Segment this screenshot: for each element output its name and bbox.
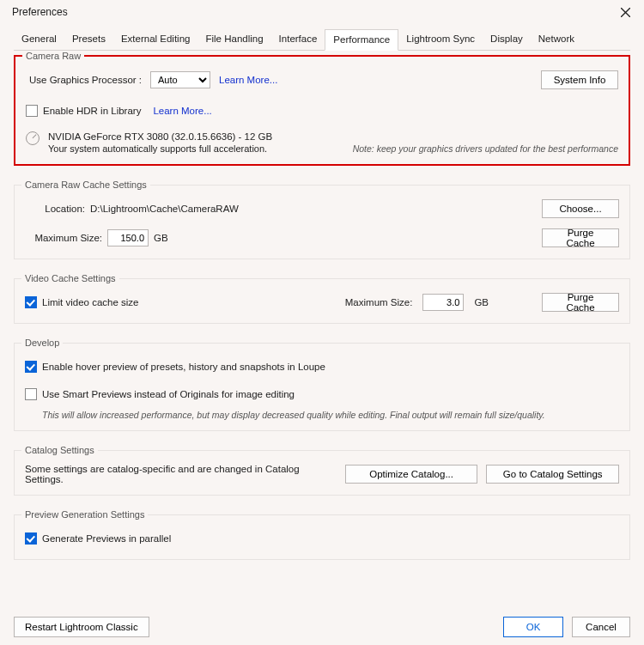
gpu-name: NVIDIA GeForce RTX 3080 (32.0.15.6636) -… bbox=[48, 131, 618, 142]
hover-preview-checkbox[interactable] bbox=[25, 361, 37, 373]
group-preview: Preview Generation Settings Generate Pre… bbox=[14, 509, 630, 560]
cache-max-label: Maximum Size: bbox=[25, 233, 102, 243]
video-max-input[interactable] bbox=[422, 294, 464, 311]
cache-location-label: Location: bbox=[25, 204, 85, 214]
close-icon[interactable] bbox=[615, 2, 635, 22]
group-develop: Develop Enable hover preview of presets,… bbox=[14, 338, 630, 431]
tab-bar: GeneralPresetsExternal EditingFile Handl… bbox=[14, 29, 630, 51]
group-catalog: Catalog Settings Some settings are catal… bbox=[14, 445, 630, 496]
ok-button[interactable]: OK bbox=[503, 617, 563, 637]
gpu-support-note: Your system automatically supports full … bbox=[48, 143, 267, 154]
group-title-video: Video Cache Settings bbox=[21, 273, 119, 283]
catalog-desc: Some settings are catalog-specific and a… bbox=[25, 464, 328, 484]
cache-location-value: D:\Lightroom\Cache\CameraRAW bbox=[90, 204, 239, 214]
purge-video-cache-button[interactable]: Purge Cache bbox=[542, 293, 619, 312]
video-max-unit: GB bbox=[474, 297, 489, 307]
tab-general[interactable]: General bbox=[14, 29, 64, 50]
driver-note: Note: keep your graphics drivers updated… bbox=[353, 143, 618, 154]
group-video-cache: Video Cache Settings Limit video cache s… bbox=[14, 273, 630, 324]
titlebar: Preferences bbox=[0, 0, 644, 24]
choose-cache-button[interactable]: Choose... bbox=[542, 199, 619, 218]
system-info-button[interactable]: System Info bbox=[541, 70, 618, 89]
smart-previews-label: Use Smart Previews instead of Originals … bbox=[42, 389, 295, 399]
group-title-catalog: Catalog Settings bbox=[21, 445, 98, 455]
gpu-select[interactable]: Auto bbox=[150, 71, 210, 88]
tab-external-editing[interactable]: External Editing bbox=[113, 29, 198, 50]
parallel-previews-label: Generate Previews in parallel bbox=[42, 533, 171, 544]
group-title-develop: Develop bbox=[21, 338, 63, 348]
tab-lightroom-sync[interactable]: Lightroom Sync bbox=[398, 29, 483, 50]
purge-cache-button[interactable]: Purge Cache bbox=[542, 228, 619, 247]
parallel-previews-checkbox[interactable] bbox=[25, 532, 37, 545]
smart-previews-note: This will allow increased performance, b… bbox=[42, 410, 619, 420]
group-title-cache: Camera Raw Cache Settings bbox=[21, 180, 150, 190]
video-max-label: Maximum Size: bbox=[345, 297, 413, 307]
gauge-icon bbox=[26, 131, 39, 145]
tab-performance[interactable]: Performance bbox=[325, 29, 398, 51]
go-to-catalog-button[interactable]: Go to Catalog Settings bbox=[486, 465, 619, 484]
optimize-catalog-button[interactable]: Optimize Catalog... bbox=[345, 465, 478, 484]
group-title-preview: Preview Generation Settings bbox=[21, 509, 148, 520]
cache-max-input[interactable] bbox=[107, 229, 149, 246]
gpu-learn-more-link[interactable]: Learn More... bbox=[219, 75, 277, 85]
smart-previews-checkbox[interactable] bbox=[25, 388, 37, 400]
window-title: Preferences bbox=[12, 6, 68, 18]
group-title-camera-raw: Camera Raw bbox=[22, 51, 84, 61]
tab-network[interactable]: Network bbox=[531, 29, 582, 50]
hover-preview-label: Enable hover preview of presets, history… bbox=[42, 362, 325, 372]
footer: Restart Lightroom Classic OK Cancel bbox=[0, 609, 644, 645]
tab-display[interactable]: Display bbox=[483, 29, 531, 50]
cancel-button[interactable]: Cancel bbox=[572, 617, 630, 637]
gpu-label: Use Graphics Processor : bbox=[26, 75, 142, 85]
cache-max-unit: GB bbox=[154, 233, 168, 243]
tab-file-handling[interactable]: File Handling bbox=[197, 29, 270, 50]
limit-video-label: Limit video cache size bbox=[42, 297, 139, 307]
enable-hdr-checkbox[interactable] bbox=[26, 105, 38, 117]
group-cache: Camera Raw Cache Settings Location: D:\L… bbox=[14, 180, 630, 259]
enable-hdr-label: Enable HDR in Library bbox=[43, 106, 141, 116]
limit-video-checkbox[interactable] bbox=[25, 296, 37, 308]
hdr-learn-more-link[interactable]: Learn More... bbox=[153, 106, 211, 116]
restart-button[interactable]: Restart Lightroom Classic bbox=[14, 617, 149, 637]
tab-interface[interactable]: Interface bbox=[271, 29, 325, 50]
group-camera-raw: Camera Raw Use Graphics Processor : Auto… bbox=[14, 51, 630, 166]
tab-presets[interactable]: Presets bbox=[64, 29, 113, 50]
